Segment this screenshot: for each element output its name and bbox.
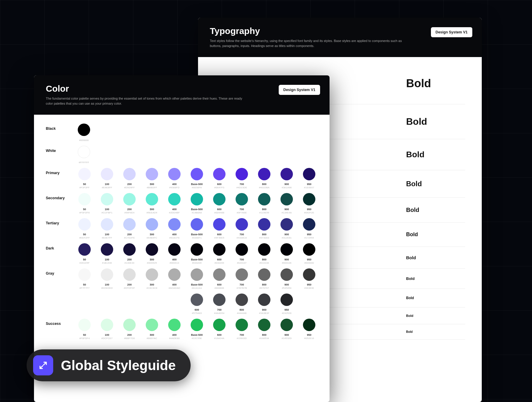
color-swatch[interactable]: 400#4ADE80: [168, 319, 181, 340]
swatch-dot: [213, 243, 226, 256]
color-swatch[interactable]: 600#575A63: [190, 294, 204, 315]
color-swatch[interactable]: Base-500#030209: [190, 243, 204, 264]
color-swatch[interactable]: 200#D5D5FF: [123, 168, 136, 189]
color-swatch[interactable]: 300#C8C8C8: [145, 268, 159, 289]
color-swatch[interactable]: 300#B6B3FF: [145, 168, 159, 189]
color-row: Success50#F0FDF4100#DCFCE7200#BBF7D0300#…: [46, 319, 318, 340]
color-swatch[interactable]: 600#6A47F3: [213, 168, 226, 189]
color-swatch[interactable]: 900#14532D: [280, 319, 293, 340]
color-swatch[interactable]: 600#0D9488: [213, 193, 226, 214]
color-swatch[interactable]: 400#818CF8: [168, 218, 181, 239]
swatch-dot: [213, 268, 226, 281]
swatch-hex: #3730A3: [259, 236, 269, 239]
color-swatch[interactable]: 100#1B1446: [100, 243, 114, 264]
swatch-dot: [123, 193, 136, 205]
color-swatch[interactable]: 50#F7F7F7: [78, 268, 91, 289]
color-swatch[interactable]: 200#BBF7D0: [123, 319, 136, 340]
swatch-dot: [303, 268, 315, 281]
swatch-shade: 200: [127, 283, 132, 286]
color-swatch[interactable]: 50#EEF2FF: [78, 218, 91, 239]
swatch-shade: 100: [105, 283, 109, 286]
swatch-hex: #261D5F: [80, 262, 90, 264]
color-swatch[interactable]: 50#261D5F: [78, 243, 91, 264]
color-swatch[interactable]: 900#134E4A: [280, 193, 293, 214]
color-swatch[interactable]: 700#4338CA: [235, 218, 249, 239]
color-swatch[interactable]: #FFFFFF: [78, 146, 90, 164]
color-swatch[interactable]: 800#444448: [235, 294, 249, 315]
color-swatch[interactable]: 600#16A34A: [213, 319, 226, 340]
color-swatch[interactable]: 300#0D0925: [145, 243, 159, 264]
swatch-dot: [101, 168, 113, 180]
color-row-label: Success: [46, 319, 78, 326]
color-swatch[interactable]: 300#86EFAC: [145, 319, 159, 340]
color-swatch[interactable]: 900#361A98: [280, 168, 293, 189]
color-swatch[interactable]: 400#9388FD: [168, 168, 181, 189]
color-swatch[interactable]: 800#676767: [257, 268, 271, 289]
color-swatch[interactable]: 300#5EEAD4: [145, 193, 159, 214]
color-swatch[interactable]: 50#F3F3FF: [78, 168, 91, 189]
color-swatch[interactable]: 800#010106: [257, 243, 271, 264]
swatch-shade: 100: [105, 333, 109, 336]
color-swatch[interactable]: 600#4F46E5: [213, 218, 226, 239]
color-swatch[interactable]: 200#DFDFDF: [123, 268, 136, 289]
color-swatch[interactable]: 900#3A3B3F: [257, 294, 271, 315]
color-swatch[interactable]: 950#172554: [302, 218, 316, 239]
color-swatch[interactable]: 700#4D23DE: [235, 168, 249, 189]
color-swatch[interactable]: 700#7B7B7B: [235, 268, 249, 289]
color-swatch[interactable]: 200#C7D2FE: [123, 218, 136, 239]
color-swatch[interactable]: 100#E0E7FF: [100, 218, 114, 239]
color-swatch[interactable]: 700#4A4D54: [213, 294, 226, 315]
swatch-dot: [168, 218, 181, 231]
color-swatch[interactable]: 800#3730A3: [257, 218, 271, 239]
color-swatch[interactable]: Base-500#6366F1: [190, 218, 204, 239]
color-swatch[interactable]: 100#DCFCE7: [100, 319, 114, 340]
color-swatch[interactable]: 800#115E59: [257, 193, 271, 214]
color-swatch[interactable]: Base-500#A1A1A1: [190, 268, 204, 289]
color-swatch[interactable]: 700#15803D: [235, 319, 249, 340]
swatch-shade: 950: [307, 283, 311, 286]
color-swatch[interactable]: Base-500#22C55E: [190, 319, 204, 340]
swatch-shade: 600: [217, 333, 221, 336]
color-swatch[interactable]: 100#E9E8FF: [100, 168, 114, 189]
color-swatch[interactable]: 950#1E0E67: [302, 168, 316, 189]
color-swatch[interactable]: 700#0F766E: [235, 193, 249, 214]
swatch-shade: 600: [217, 183, 221, 186]
color-swatch[interactable]: 900#545454: [280, 268, 293, 289]
styleguide-badge[interactable]: Global Styleguide: [27, 349, 191, 381]
color-swatch[interactable]: 950#363636: [302, 268, 316, 289]
color-swatch[interactable]: 950#042F2E: [302, 193, 316, 214]
swatch-dot: [236, 319, 248, 331]
swatch-shade: 900: [262, 308, 266, 311]
color-swatch[interactable]: Base-500#14B8A6: [190, 193, 204, 214]
color-swatch[interactable]: 400#ADADAD: [168, 268, 181, 289]
color-swatch[interactable]: 100#CCFBF1: [100, 193, 114, 214]
color-swatch[interactable]: 900#312E81: [280, 218, 293, 239]
color-swatch[interactable]: 800#401DBA: [257, 168, 271, 189]
swatch-dot: [303, 193, 315, 205]
color-swatch[interactable]: 950#052E16: [302, 319, 316, 340]
color-swatch[interactable]: 200#130E34: [123, 243, 136, 264]
weight-bold-label: Bold: [406, 207, 465, 213]
color-swatch[interactable]: 300#A5B4FC: [145, 218, 159, 239]
color-swatch[interactable]: 600#030209: [213, 243, 226, 264]
color-swatch[interactable]: #000000: [78, 124, 90, 142]
color-swatch[interactable]: 400#2DD4BF: [168, 193, 181, 214]
color-swatch[interactable]: 50#F0FDFA: [78, 193, 91, 214]
swatch-shade: 400: [172, 183, 176, 186]
color-swatch[interactable]: 800#166534: [257, 319, 271, 340]
color-swatch[interactable]: 200#99F6E4: [123, 193, 136, 214]
color-swatch[interactable]: 50#F0FDF4: [78, 319, 91, 340]
color-swatch[interactable]: 400#060413: [168, 243, 181, 264]
color-swatch[interactable]: 700#020107: [235, 243, 249, 264]
color-row: White#FFFFFF: [46, 146, 318, 164]
color-swatch[interactable]: 100#EDEDED: [100, 268, 114, 289]
color-swatch[interactable]: 950#000000: [302, 243, 316, 264]
color-swatch[interactable]: 900#000106: [280, 243, 293, 264]
version-badge[interactable]: Design System V1: [431, 27, 472, 37]
color-swatch[interactable]: Base-500#6E58FA: [190, 168, 204, 189]
color-swatch[interactable]: 950#242528: [280, 294, 293, 315]
color-swatch[interactable]: 600#888888: [213, 268, 226, 289]
swatch-dot: [168, 243, 181, 256]
version-badge[interactable]: Design System V1: [279, 85, 320, 95]
swatch-dot: [236, 294, 248, 306]
